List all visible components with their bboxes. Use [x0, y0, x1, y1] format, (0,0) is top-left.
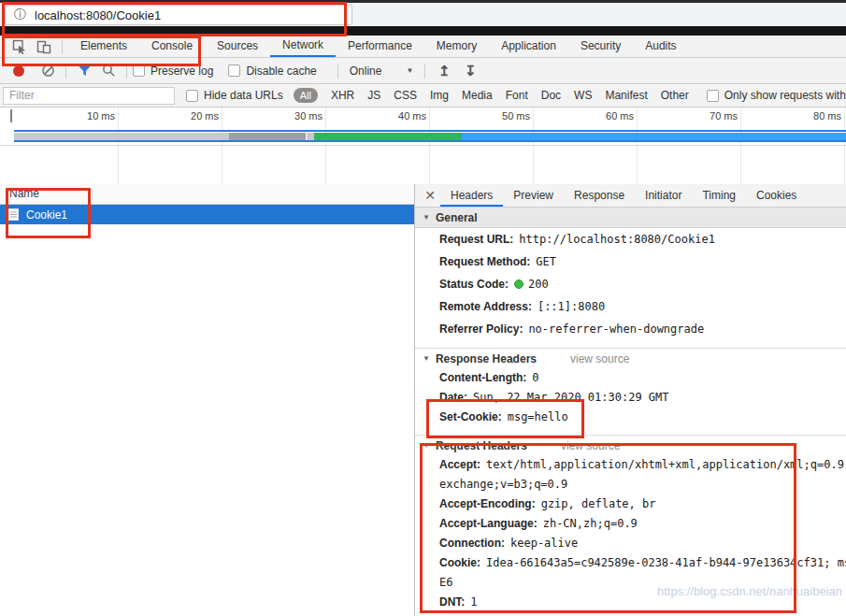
gridline — [533, 107, 534, 184]
details-tab-initiator[interactable]: Initiator — [635, 184, 692, 207]
tab-memory[interactable]: Memory — [424, 36, 489, 57]
header-row: Request URL:http://localhost:8080/Cookie… — [415, 228, 846, 251]
filter-type-js[interactable]: JS — [367, 89, 380, 102]
annotation-box-request-name — [6, 188, 91, 238]
gridline — [118, 107, 119, 184]
overview-segment — [462, 133, 846, 140]
filter-type-img[interactable]: Img — [430, 89, 449, 102]
header-value: [::1]:8080 — [538, 300, 605, 313]
throttling-value: Online — [350, 64, 382, 78]
overview-segment — [314, 133, 462, 140]
header-value: GET — [536, 255, 556, 268]
section-header[interactable]: ▼Response Headersview source — [415, 348, 846, 368]
annotation-box-url — [2, 2, 347, 36]
ruler-tick-label: 10 ms — [59, 110, 115, 123]
timeline-overview[interactable]: 10 ms20 ms30 ms40 ms50 ms60 ms70 ms80 ms — [0, 107, 846, 184]
header-row: Request Method:GET — [415, 251, 846, 273]
annotation-box-set-cookie — [426, 399, 584, 438]
section-title: General — [436, 211, 478, 224]
filter-type-manifest[interactable]: Manifest — [605, 89, 647, 102]
ruler-tick-label: 30 ms — [266, 110, 323, 123]
tab-audits[interactable]: Audits — [633, 36, 688, 57]
ruler-tick-label: 20 ms — [163, 110, 219, 123]
header-key: Request URL: — [439, 233, 513, 246]
filter-type-ws[interactable]: WS — [574, 89, 592, 102]
tab-network[interactable]: Network — [270, 36, 336, 57]
network-filter-bar: Hide data URLs AllXHRJSCSSImgMediaFontDo… — [0, 84, 846, 107]
header-value: http://localhost:8080/Cookie1 — [519, 233, 715, 246]
header-row: Referrer Policy:no-referrer-when-downgra… — [415, 318, 846, 340]
section-rows: Request URL:http://localhost:8080/Cookie… — [415, 228, 846, 348]
header-value: 200 — [528, 278, 549, 291]
gridline — [429, 107, 430, 184]
header-key: Status Code: — [439, 278, 509, 291]
header-row: Content-Length:0 — [415, 368, 846, 388]
samesite-checkbox[interactable] — [707, 90, 719, 102]
header-row: Status Code:200 — [415, 273, 846, 295]
hide-data-urls-label: Hide data URLs — [204, 89, 283, 102]
tab-sources[interactable]: Sources — [205, 36, 270, 57]
separator — [424, 64, 425, 79]
ruler-tick-label: 70 ms — [681, 110, 738, 123]
annotation-box-tabs — [2, 36, 201, 66]
hide-data-urls-checkbox[interactable] — [186, 90, 198, 102]
details-tabbar: ✕ HeadersPreviewResponseInitiatorTimingC… — [415, 184, 846, 208]
separator — [337, 64, 338, 79]
header-row: Remote Address:[::1]:8080 — [415, 295, 846, 318]
gridline — [637, 107, 638, 184]
filter-type-media[interactable]: Media — [462, 89, 493, 102]
tab-performance[interactable]: Performance — [336, 36, 424, 57]
overview-total-line — [14, 140, 846, 142]
tab-application[interactable]: Application — [489, 36, 568, 57]
overview-total-line — [14, 130, 846, 132]
filter-type-other[interactable]: Other — [661, 89, 689, 102]
ruler-tick-label: 50 ms — [474, 110, 530, 123]
triangle-down-icon: ▼ — [423, 213, 430, 222]
disable-cache-checkbox[interactable]: Disable cache — [228, 64, 316, 78]
header-key: Content-Length: — [439, 371, 526, 384]
ruler-tick-label: 60 ms — [578, 110, 634, 123]
ruler-tick-label: 80 ms — [785, 110, 841, 123]
filter-type-font[interactable]: Font — [506, 89, 528, 102]
record-button[interactable] — [13, 65, 24, 77]
filter-input[interactable] — [3, 87, 175, 105]
details-tab-headers[interactable]: Headers — [440, 184, 503, 207]
overview-segment — [14, 133, 230, 140]
tab-security[interactable]: Security — [568, 36, 633, 57]
timeline-zero-tick — [10, 109, 12, 122]
filter-type-all[interactable]: All — [294, 88, 318, 103]
section-header[interactable]: ▼General — [415, 208, 846, 228]
details-tab-timing[interactable]: Timing — [692, 184, 746, 207]
overview-segment — [229, 133, 306, 140]
header-key: Remote Address: — [439, 300, 532, 313]
filter-type-list: AllXHRJSCSSImgMediaFontDocWSManifestOthe… — [287, 88, 695, 103]
gridline — [222, 107, 222, 184]
checkbox[interactable] — [228, 64, 240, 77]
chevron-down-icon: ▼ — [406, 66, 413, 75]
timeline-overview-band[interactable] — [0, 130, 846, 144]
header-value: no-referrer-when-downgrade — [528, 322, 704, 336]
view-source-link[interactable]: view source — [570, 352, 629, 365]
import-har-icon[interactable]: ↥ — [431, 63, 457, 79]
disable-cache-label: Disable cache — [246, 64, 316, 78]
gridline — [325, 107, 326, 184]
throttling-dropdown[interactable]: Online ▼ — [350, 64, 414, 78]
annotation-box-request-headers — [420, 443, 796, 613]
status-green-dot — [514, 279, 523, 289]
header-value: 0 — [532, 371, 538, 384]
ruler-tick-label: 40 ms — [370, 110, 426, 123]
filter-type-xhr[interactable]: XHR — [331, 89, 354, 102]
export-har-icon[interactable]: ↧ — [457, 63, 483, 79]
divider — [0, 145, 846, 146]
close-icon[interactable]: ✕ — [420, 188, 440, 203]
gridline — [844, 107, 845, 184]
details-tab-cookies[interactable]: Cookies — [746, 184, 807, 207]
section-title: Response Headers — [436, 352, 537, 365]
filter-type-doc[interactable]: Doc — [541, 89, 561, 102]
header-key: Referrer Policy: — [439, 322, 523, 336]
details-tab-response[interactable]: Response — [564, 184, 635, 207]
triangle-down-icon: ▼ — [423, 354, 430, 363]
requests-table: Name Cookie1 — [0, 184, 415, 616]
filter-type-css[interactable]: CSS — [394, 89, 417, 102]
details-tab-preview[interactable]: Preview — [503, 184, 564, 207]
